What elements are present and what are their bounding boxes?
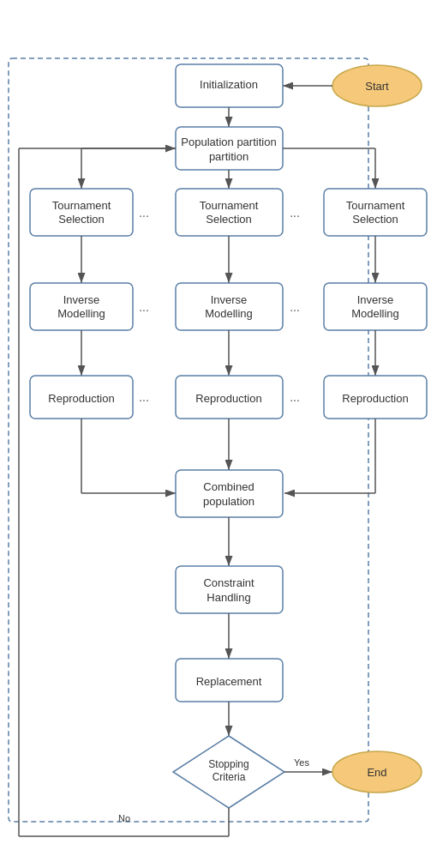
constraint-label-1: Constraint xyxy=(203,576,254,589)
dots-2: ... xyxy=(139,300,149,314)
ts2-label-1: Tournament xyxy=(200,199,259,212)
initialization-label: Initialization xyxy=(200,78,258,91)
rep1-label: Reproduction xyxy=(48,392,114,405)
dots-5: ... xyxy=(290,300,300,314)
combined-pop-label-2: population xyxy=(203,495,254,508)
replacement-label: Replacement xyxy=(196,675,262,688)
no-label: No xyxy=(118,813,130,823)
dots-6: ... xyxy=(290,390,300,404)
stopping-criteria-label-2: Criteria xyxy=(213,771,246,783)
yes-label: Yes xyxy=(294,757,309,768)
dots-1: ... xyxy=(139,206,149,220)
end-label: End xyxy=(367,766,386,779)
im2-label-2: Modelling xyxy=(205,307,253,320)
ts3-label-2: Selection xyxy=(352,213,398,226)
dots-4: ... xyxy=(290,206,300,220)
ts1-label-1: Tournament xyxy=(52,199,111,212)
outer-boundary xyxy=(9,58,368,822)
im1-label-1: Inverse xyxy=(63,293,100,306)
population-partition-label-2: partition xyxy=(209,150,248,163)
ts1-label-2: Selection xyxy=(58,213,104,226)
population-partition-box xyxy=(176,127,283,170)
rep2-label: Reproduction xyxy=(195,392,261,405)
im2-label-1: Inverse xyxy=(211,293,248,306)
im3-label-2: Modelling xyxy=(351,307,399,320)
im1-label-2: Modelling xyxy=(57,307,105,320)
ts3-label-1: Tournament xyxy=(346,199,405,212)
dots-3: ... xyxy=(139,390,149,404)
rep3-label: Reproduction xyxy=(342,392,408,405)
im3-label-1: Inverse xyxy=(357,293,394,306)
ts2-label-2: Selection xyxy=(206,213,251,226)
population-partition-label-1: Population partition xyxy=(181,136,276,148)
start-label: Start xyxy=(365,80,389,93)
combined-population-box xyxy=(176,470,283,517)
flowchart: Start Initialization Population partitio… xyxy=(0,0,437,868)
constraint-label-2: Handling xyxy=(207,591,250,604)
constraint-handling-box xyxy=(176,566,283,613)
combined-pop-label-1: Combined xyxy=(203,480,254,493)
stopping-criteria-label-1: Stopping xyxy=(208,758,248,770)
